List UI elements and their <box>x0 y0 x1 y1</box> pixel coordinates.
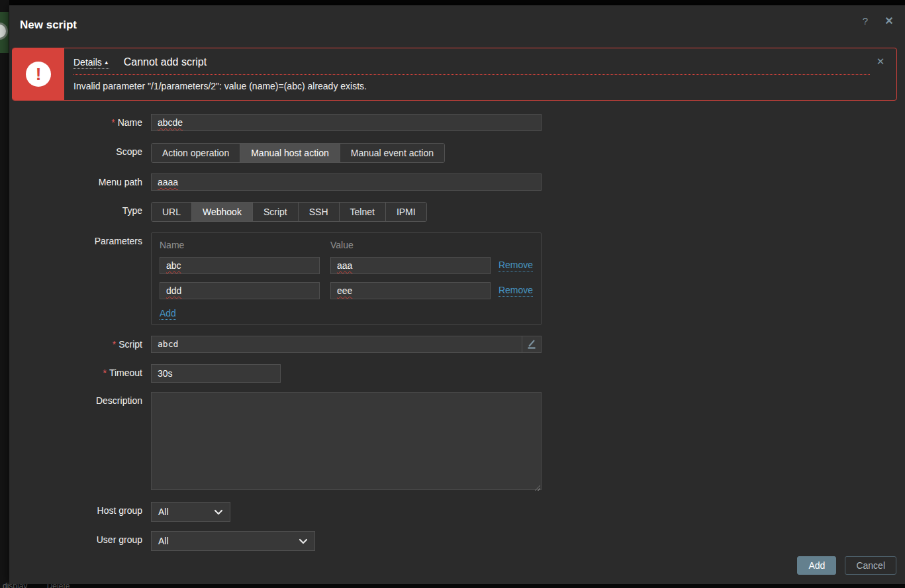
new-script-dialog: New script ? ✕ ! Details▲ Cannot add scr… <box>9 5 905 584</box>
scope-option-manual-host-action[interactable]: Manual host action <box>240 144 340 162</box>
exclamation-icon: ! <box>26 62 51 87</box>
add-button[interactable]: Add <box>797 556 836 575</box>
type-option-telnet[interactable]: Telnet <box>340 203 386 221</box>
logo-circle-fragment <box>0 23 8 40</box>
chevron-down-icon <box>299 538 308 544</box>
type-option-ipmi[interactable]: IPMI <box>386 203 426 221</box>
error-alert: ! Details▲ Cannot add script Invalid par… <box>12 48 897 101</box>
dialog-header: New script ? ✕ <box>9 5 905 45</box>
parameter-remove-link-2[interactable]: Remove <box>499 285 533 297</box>
parameters-column-value: Value <box>330 240 354 250</box>
type-option-ssh[interactable]: SSH <box>299 203 340 221</box>
scope-option-action-operation[interactable]: Action operation <box>152 144 240 162</box>
required-marker: * <box>103 368 106 378</box>
parameter-value-input-1[interactable]: aaa <box>330 257 491 274</box>
triangle-up-icon: ▲ <box>104 60 109 66</box>
type-option-url[interactable]: URL <box>152 203 192 221</box>
host-group-row: Host group All <box>20 502 894 522</box>
parameters-column-name: Name <box>160 240 330 250</box>
required-marker: * <box>113 339 116 350</box>
pencil-icon <box>526 339 537 350</box>
name-row: *Name abcde <box>20 114 894 131</box>
description-row: Description <box>20 392 894 493</box>
menu-path-input[interactable]: aaaa <box>151 173 542 191</box>
user-group-label: User group <box>20 531 142 548</box>
error-message: Invalid parameter "/1/parameters/2": val… <box>73 81 870 91</box>
menu-path-label: Menu path <box>20 173 142 191</box>
menu-path-row: Menu path aaaa <box>20 173 894 191</box>
name-input[interactable]: abcde <box>151 114 542 131</box>
host-group-select[interactable]: All <box>151 502 230 522</box>
user-group-row: User group All <box>20 531 894 551</box>
script-row: *Script abcd <box>20 336 894 353</box>
type-option-script[interactable]: Script <box>253 203 299 221</box>
parameter-row-2: ddd eee Remove <box>160 282 533 299</box>
name-label: *Name <box>20 114 142 131</box>
parameters-table: Name Value abc aaa Remove ddd eee Remove… <box>151 232 542 325</box>
details-toggle-link[interactable]: Details▲ <box>73 57 109 69</box>
scope-label: Scope <box>20 143 142 160</box>
script-label: *Script <box>20 336 142 353</box>
parameters-header: Name Value <box>160 240 533 250</box>
type-row: Type URL Webhook Script SSH Telnet IPMI <box>20 202 894 222</box>
parameter-add-link[interactable]: Add <box>160 308 176 320</box>
user-group-select[interactable]: All <box>151 531 315 551</box>
timeout-row: *Timeout 30s <box>20 364 894 383</box>
scope-option-manual-event-action[interactable]: Manual event action <box>340 144 444 162</box>
error-badge: ! <box>13 48 64 100</box>
dialog-footer: Add Cancel <box>797 556 896 575</box>
type-label: Type <box>20 202 142 219</box>
script-edit-button[interactable] <box>522 336 542 353</box>
parameters-label: Parameters <box>20 232 142 250</box>
close-icon[interactable]: ✕ <box>882 15 896 28</box>
parameter-name-input-2[interactable]: ddd <box>160 282 320 299</box>
parameter-value-input-2[interactable]: eee <box>330 282 491 299</box>
background-left-strip <box>0 0 9 588</box>
description-label: Description <box>20 392 142 409</box>
type-option-webhook[interactable]: Webhook <box>192 203 253 221</box>
parameters-row: Parameters Name Value abc aaa Remove ddd… <box>20 232 894 325</box>
chevron-down-icon <box>214 509 223 515</box>
dialog-title: New script <box>20 19 77 32</box>
help-icon[interactable]: ? <box>859 15 872 28</box>
scope-row: Scope Action operation Manual host actio… <box>20 143 894 163</box>
timeout-label: *Timeout <box>20 364 142 381</box>
background-logo-fragment <box>0 12 9 53</box>
description-textarea[interactable] <box>151 392 542 490</box>
parameter-name-input-1[interactable]: abc <box>160 257 320 274</box>
script-input[interactable]: abcd <box>151 336 522 353</box>
type-segmented-control: URL Webhook Script SSH Telnet IPMI <box>151 202 427 222</box>
required-marker: * <box>111 117 115 128</box>
error-separator <box>73 74 870 75</box>
alert-close-icon[interactable]: ✕ <box>874 55 887 68</box>
host-group-label: Host group <box>20 502 142 519</box>
background-top-strip <box>0 0 905 5</box>
scope-segmented-control: Action operation Manual host action Manu… <box>151 143 445 163</box>
cancel-button[interactable]: Cancel <box>845 556 896 575</box>
parameter-remove-link-1[interactable]: Remove <box>499 260 533 271</box>
error-title: Cannot add script <box>124 56 207 68</box>
parameter-row-1: abc aaa Remove <box>160 257 533 274</box>
script-form: *Name abcde Scope Action operation Manua… <box>20 114 894 551</box>
error-alert-body: Details▲ Cannot add script Invalid param… <box>64 48 896 100</box>
timeout-input[interactable]: 30s <box>151 364 281 383</box>
